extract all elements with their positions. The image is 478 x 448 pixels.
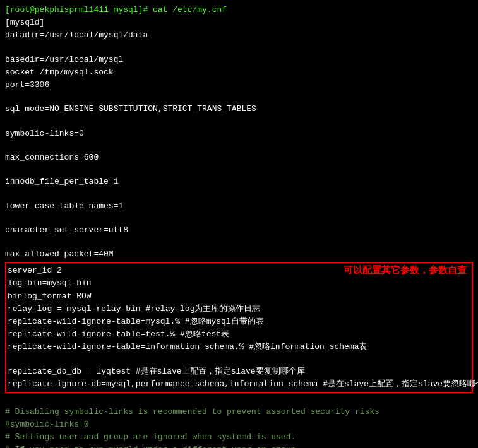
block-annotation: 可以配置其它参数，参数自查 (344, 264, 467, 276)
empty-line (5, 42, 473, 53)
empty-line (5, 213, 473, 224)
relaylog-line: relay-log = mysql-relay-bin #relay-log为主… (8, 303, 469, 315)
datadir-line: datadir=/usr/local/mysql/data (5, 29, 473, 42)
empty-line (5, 164, 473, 175)
port-line: port=3306 (5, 79, 473, 91)
highlighted-block-1: 可以配置其它参数，参数自查 server_id=2 log_bin=mysql-… (5, 262, 473, 392)
empty-line (5, 394, 473, 406)
innodb-line: innodb_file_per_table=1 (5, 175, 473, 188)
sqlmode-line: sql_mode=NO_ENGINE_SUBSTITUTION,STRICT_T… (5, 103, 473, 115)
empty-line (5, 188, 473, 199)
comment-settings: # Settings user and group are ignored wh… (5, 431, 473, 444)
mysqld-section: [mysqld] (5, 16, 473, 29)
logbin-line: log_bin=mysql-bin (8, 277, 469, 290)
maxconn-line: max_connections=600 (5, 151, 473, 164)
repl-test-line: replicate-wild-ignore-table=test.% #忽略te… (8, 328, 469, 341)
charset-line: character_set_server=utf8 (5, 224, 473, 237)
basedir-line: basedir=/usr/local/mysql (5, 54, 473, 66)
lowercase-line: lower_case_table_names=1 (5, 200, 473, 213)
repl-ignore-line: replicate-ignore-db=mysql,performance_sc… (8, 378, 469, 391)
symbolic-line: symbolic-links=0 (5, 127, 473, 140)
comment-symbolic: #symbolic-links=0 (5, 418, 473, 431)
repl-mysql-line: replicate-wild-ignore-table=mysql.% #忽略m… (8, 315, 469, 328)
empty-line (8, 353, 469, 365)
repl-dodb-line: replicate_do_db = lyqtest #是在slave上配置，指定… (8, 365, 469, 378)
comment-ifrun: # If you need to run mysqld under a diff… (5, 444, 473, 448)
empty-line (5, 115, 473, 127)
terminal: [root@pekphisprml1411 mysql]# cat /etc/m… (0, 0, 478, 448)
empty-line (5, 237, 473, 248)
empty-line (5, 140, 473, 151)
cmd-line: [root@pekphisprml1411 mysql]# cat /etc/m… (5, 4, 473, 16)
empty-line (5, 91, 473, 103)
socket-line: socket=/tmp/mysql.sock (5, 66, 473, 79)
comment-disable: # Disabling symbolic-links is recommende… (5, 406, 473, 418)
binlog-line: binlog_format=ROW (8, 290, 469, 303)
repl-info-line: replicate-wild-ignore-table=information_… (8, 341, 469, 353)
maxpacket-line: max_allowed_packet=40M (5, 248, 473, 261)
